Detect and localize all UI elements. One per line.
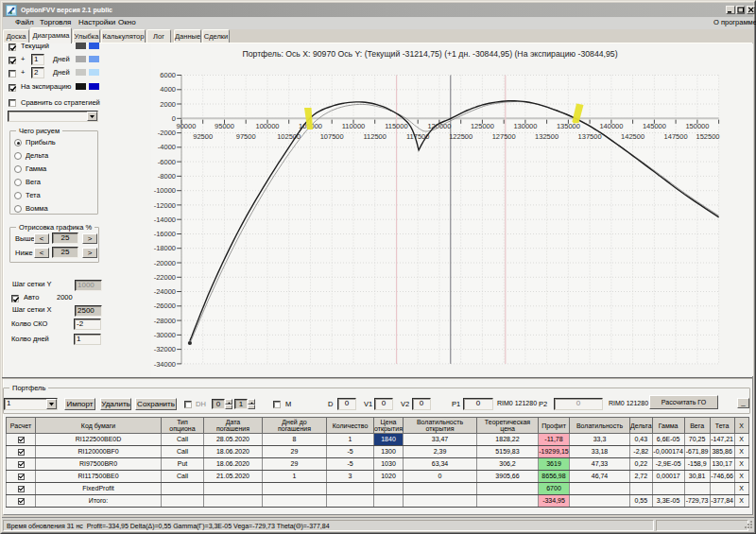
svg-text:2000: 2000 xyxy=(160,100,176,109)
svg-text:122500: 122500 xyxy=(449,132,472,141)
svg-text:-18000: -18000 xyxy=(154,244,176,252)
svg-text:-10000: -10000 xyxy=(154,186,176,195)
svg-text:-24000: -24000 xyxy=(154,287,176,296)
svg-text:110000: 110000 xyxy=(342,122,365,130)
svg-text:6000: 6000 xyxy=(160,71,176,79)
svg-text:-26000: -26000 xyxy=(154,301,176,310)
svg-text:120000: 120000 xyxy=(427,122,451,130)
svg-text:102500: 102500 xyxy=(277,132,301,141)
svg-text:-22000: -22000 xyxy=(154,273,176,282)
svg-text:4000: 4000 xyxy=(160,85,176,94)
svg-text:-12000: -12000 xyxy=(154,201,176,210)
svg-text:115000: 115000 xyxy=(385,122,407,130)
svg-text:97500: 97500 xyxy=(236,132,256,141)
svg-text:117500: 117500 xyxy=(406,132,429,141)
svg-text:-30000: -30000 xyxy=(154,331,176,339)
svg-text:140000: 140000 xyxy=(599,122,623,130)
svg-text:-6000: -6000 xyxy=(158,158,176,166)
svg-text:-20000: -20000 xyxy=(154,259,176,267)
svg-text:130000: 130000 xyxy=(513,122,537,130)
svg-text:100000: 100000 xyxy=(255,122,279,130)
svg-text:-2000: -2000 xyxy=(158,129,176,137)
svg-text:150000: 150000 xyxy=(685,122,709,130)
svg-text:112500: 112500 xyxy=(363,132,386,141)
svg-text:152500: 152500 xyxy=(696,132,719,141)
svg-text:90000: 90000 xyxy=(177,122,197,130)
svg-text:-16000: -16000 xyxy=(154,230,176,238)
svg-text:142500: 142500 xyxy=(621,132,644,141)
svg-text:127500: 127500 xyxy=(492,132,516,141)
svg-text:Портфель: Ось X: 90970 Ось: Портфель: Ось X: 90970 Ось Y: (Текущий -… xyxy=(242,49,617,59)
svg-text:95000: 95000 xyxy=(215,122,234,130)
svg-text:-14000: -14000 xyxy=(154,215,176,224)
svg-text:-34000: -34000 xyxy=(154,360,176,369)
svg-text:-32000: -32000 xyxy=(154,345,176,353)
svg-text:-28000: -28000 xyxy=(154,317,176,325)
svg-text:92500: 92500 xyxy=(193,132,213,141)
svg-text:-4000: -4000 xyxy=(158,143,176,151)
svg-text:132500: 132500 xyxy=(535,132,558,141)
svg-text:145000: 145000 xyxy=(643,122,666,130)
svg-text:107500: 107500 xyxy=(320,132,344,141)
svg-text:0: 0 xyxy=(172,114,176,123)
svg-text:147500: 147500 xyxy=(664,132,688,141)
svg-text:125000: 125000 xyxy=(471,122,494,130)
svg-text:-8000: -8000 xyxy=(158,172,176,181)
svg-text:137500: 137500 xyxy=(578,132,602,141)
